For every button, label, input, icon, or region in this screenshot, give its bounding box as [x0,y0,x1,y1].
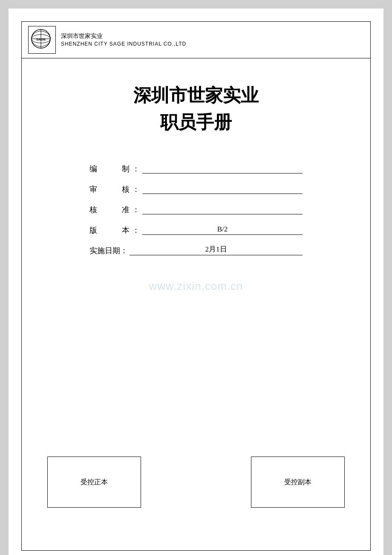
field-hezhun[interactable] [142,205,303,214]
outer-border: SAGE 深圳市世家实业 SHENZHEN CITY SAGE INDUSTRI… [21,21,371,551]
value-date: 2月1日 [130,244,303,254]
main-content: 深圳市世家实业 职员手册 编制 ： 审核 [22,58,370,550]
header: SAGE 深圳市世家实业 SHENZHEN CITY SAGE INDUSTRI… [22,22,370,58]
label-bianzhi: 编制 [89,164,132,174]
logo-box: SAGE [28,26,56,54]
title-line2: 职员手册 [133,111,259,134]
logo-image: SAGE [30,28,54,52]
label-hezhun: 核准 [89,205,132,215]
field-version[interactable]: B/2 [142,225,303,235]
value-version: B/2 [142,225,303,234]
form-row-bianzhi: 编制 ： [89,164,303,174]
title-section: 深圳市世家实业 职员手册 [133,84,259,134]
header-text: 深圳市世家实业 SHENZHEN CITY SAGE INDUSTRIAL CO… [61,32,186,47]
control-box-copy: 受控副本 [251,457,345,508]
bottom-section: 受控正本 受控副本 [39,457,353,533]
page: SAGE 深圳市世家实业 SHENZHEN CITY SAGE INDUSTRI… [9,9,383,555]
company-name-en: SHENZHEN CITY SAGE INDUSTRIAL CO.,LTD [61,40,186,48]
label-version: 版本 [89,225,132,235]
form-row-shenhe: 审核 ： [89,184,303,194]
watermark: www.zixin.com.cn [149,280,243,293]
field-date[interactable]: 2月1日 [130,246,303,255]
field-shenhe[interactable] [142,185,303,194]
form-section: 编制 ： 审核 ： [89,164,303,266]
company-name-cn: 深圳市世家实业 [61,32,186,40]
box-original-label: 受控正本 [81,478,108,487]
spacer [141,457,251,508]
title-line1: 深圳市世家实业 [133,84,259,107]
label-shenhe: 审核 [89,184,132,194]
label-date: 实施日期： [89,246,128,256]
box-copy-label: 受控副本 [284,478,311,487]
control-box-original: 受控正本 [47,457,141,508]
field-bianzhi[interactable] [142,164,303,173]
form-row-date: 实施日期： 2月1日 [89,246,303,256]
form-row-hezhun: 核准 ： [89,205,303,215]
form-row-version: 版本 ： B/2 [89,225,303,235]
svg-text:SAGE: SAGE [36,38,46,41]
